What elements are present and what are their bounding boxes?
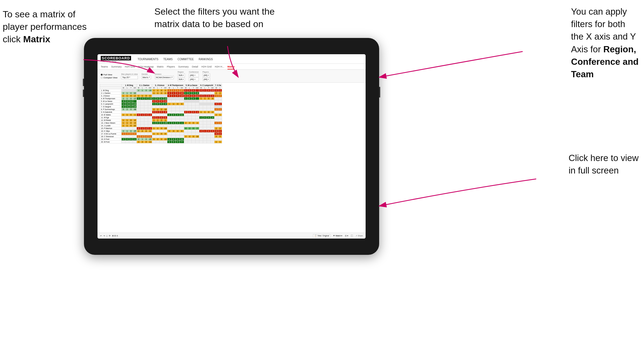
tab-matrix-active[interactable]: Matrix bbox=[227, 65, 235, 69]
tab-h2h-heatmap[interactable]: H2H Heatmap bbox=[138, 65, 154, 69]
cell-9-1-3: -1 bbox=[148, 114, 152, 116]
cell-13-6-1 bbox=[218, 124, 222, 127]
cell-8-2-2: 0 bbox=[160, 111, 163, 114]
sh-l4: L bbox=[171, 87, 175, 89]
cell-1-5-2 bbox=[207, 92, 210, 95]
cell-11-2-1: 1 bbox=[156, 119, 160, 122]
cell-15-2-0 bbox=[152, 130, 156, 133]
compact-view-radio[interactable] bbox=[101, 77, 103, 79]
view-original-button[interactable]: 📋 View: Original bbox=[313, 234, 330, 237]
cell-8-4-1: 1 bbox=[188, 111, 191, 114]
conference-select-top[interactable]: (All) bbox=[189, 73, 199, 77]
cell-10-0-1 bbox=[125, 116, 129, 119]
cell-2-4-3: 11 bbox=[195, 95, 199, 97]
conference-select-bottom[interactable]: (All) bbox=[189, 78, 199, 81]
cell-3-0-1: 1 bbox=[125, 97, 129, 100]
cell-1-5-0 bbox=[199, 92, 203, 95]
cell-0-3-3: 17 bbox=[180, 89, 184, 92]
division-select[interactable]: NCAA Division I bbox=[155, 76, 174, 79]
cell-6-2-3 bbox=[163, 105, 167, 108]
region-select-top[interactable]: N/A bbox=[178, 73, 185, 77]
nav-teams[interactable]: TEAMS bbox=[163, 57, 173, 61]
cell-4-4-2 bbox=[191, 100, 195, 103]
cell-4-1-3 bbox=[148, 100, 152, 103]
gender-select[interactable]: Men's bbox=[142, 76, 151, 79]
cell-6-5-0 bbox=[199, 105, 203, 108]
cell-0-1-1: 1 bbox=[141, 89, 144, 92]
cell-5-5-3 bbox=[210, 103, 214, 105]
refresh-icon[interactable]: ⟳ bbox=[109, 235, 110, 237]
cell-12-4-2: 0 bbox=[191, 122, 195, 124]
sh-w2: W bbox=[137, 87, 141, 89]
sh-w3: W bbox=[152, 87, 156, 89]
matrix-container[interactable]: 1. W Ding 2. L Clanton 3. J Koivun 4. M … bbox=[97, 83, 366, 144]
players-select-bottom[interactable]: (All) bbox=[203, 78, 210, 81]
watch-button[interactable]: 👁 Watch ▾ bbox=[333, 235, 342, 237]
cell-14-1-3: -1 bbox=[148, 127, 152, 130]
tab-summary[interactable]: Summary bbox=[111, 65, 122, 69]
conference-label: Conference bbox=[189, 71, 199, 73]
sh-d1: Dif bbox=[133, 87, 137, 89]
cell-15-5-0: 0 bbox=[199, 130, 203, 133]
tab-matrix[interactable]: Matrix bbox=[157, 65, 164, 69]
cell-3-4-1: 0 bbox=[188, 97, 191, 100]
sh-w6: W bbox=[199, 87, 203, 89]
cell-10-1-1 bbox=[141, 116, 144, 119]
full-view-radio[interactable] bbox=[101, 74, 103, 76]
tab-h2h-grid2[interactable]: H2H Grid bbox=[201, 65, 212, 69]
cell-13-1-0 bbox=[137, 124, 141, 127]
cell-10-0-0 bbox=[122, 116, 125, 119]
tab-summary2[interactable]: Summary bbox=[178, 65, 189, 69]
cell-15-1-2: 0 bbox=[144, 130, 148, 133]
sh-d6: Dif bbox=[210, 87, 214, 89]
cell-17-1-3: 0 bbox=[148, 135, 152, 138]
cell-12-2-3: -19 bbox=[163, 122, 167, 124]
view-options: Full View Compact View bbox=[101, 73, 117, 79]
cell-6-0-3: -16 bbox=[133, 105, 137, 108]
full-view-option[interactable]: Full View bbox=[101, 73, 117, 76]
sh-l2: L bbox=[141, 87, 144, 89]
tab-h2h-h[interactable]: H2H H... bbox=[215, 65, 224, 69]
cell-18-1-1: 1 bbox=[141, 138, 144, 141]
share-button[interactable]: ↗ Share bbox=[356, 235, 363, 237]
cell-15-2-2 bbox=[160, 130, 163, 133]
cell-8-5-3: -1 bbox=[210, 111, 214, 114]
cell-13-4-0 bbox=[184, 124, 188, 127]
cell-16-1-3 bbox=[148, 133, 152, 135]
cell-5-0-1: 0 bbox=[125, 103, 129, 105]
cell-5-0-2: 0 bbox=[129, 103, 133, 105]
tab-h2h-grid[interactable]: H2H Grid bbox=[125, 65, 135, 69]
screen-button[interactable]: ⊡ ▾ bbox=[345, 235, 348, 237]
compact-view-option[interactable]: Compact View bbox=[101, 76, 117, 79]
cell-3-0-3: -17 bbox=[133, 97, 137, 100]
cell-15-3-2: 0 bbox=[175, 130, 180, 133]
cell-2-3-1: 1 bbox=[171, 95, 175, 97]
cell-16-2-2: 0 bbox=[160, 133, 163, 135]
nav-tournaments[interactable]: TOURNAMENTS bbox=[138, 57, 158, 61]
tablet-frame: SCOREBOARD Powered by clippd TOURNAMENTS… bbox=[84, 38, 379, 255]
cell-7-5-3 bbox=[210, 108, 214, 111]
tab-detail[interactable]: Detail bbox=[192, 65, 198, 69]
nav-rankings[interactable]: RANKINGS bbox=[199, 57, 213, 61]
tab-teams[interactable]: Teams bbox=[101, 65, 108, 69]
cell-13-1-2 bbox=[144, 124, 148, 127]
cell-0-5-1: 1 bbox=[203, 89, 207, 92]
undo-icon[interactable]: ↩ bbox=[100, 235, 102, 237]
cell-6-2-1 bbox=[156, 105, 160, 108]
max-players-select[interactable]: Top 25 bbox=[121, 76, 138, 79]
players-select-top[interactable]: (All) bbox=[203, 73, 210, 77]
cell-10-0-2 bbox=[129, 116, 133, 119]
fullscreen-button[interactable]: ⛶ bbox=[351, 235, 353, 237]
tab-players[interactable]: Players bbox=[167, 65, 175, 69]
cell-6-0-1: 0 bbox=[125, 105, 129, 108]
row-label-4: 5. M La Sasso bbox=[100, 100, 122, 103]
nav-committee[interactable]: COMMITTEE bbox=[177, 57, 194, 61]
cell-4-6-1 bbox=[218, 100, 222, 103]
cell-10-4-3 bbox=[195, 116, 199, 119]
redo-icon[interactable]: ↪ bbox=[103, 235, 105, 237]
players-label: Players bbox=[203, 71, 210, 73]
region-select-bottom[interactable]: N/A bbox=[178, 78, 185, 81]
cell-3-1-0: 1 bbox=[137, 97, 141, 100]
cell-9-0-0: 1 bbox=[122, 114, 125, 116]
cell-0-5-3: 13 bbox=[210, 89, 214, 92]
